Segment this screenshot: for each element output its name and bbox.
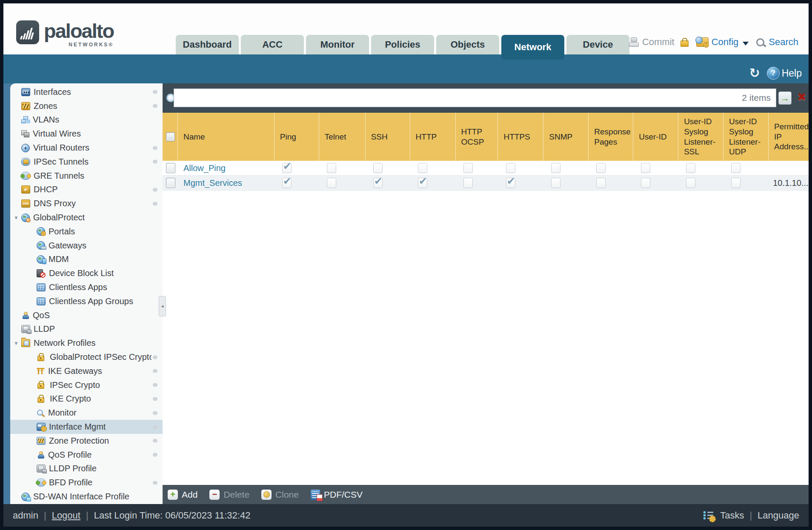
col-ssh[interactable]: SSH [366,113,410,161]
row-name-link[interactable]: Mgmt_Services [183,178,242,188]
column-label: SSH [371,132,388,142]
item-dot [153,90,157,94]
col-user-id-syslog-listener-ssl[interactable]: User-ID Syslog Listener-SSL [678,113,723,161]
select-all-checkbox[interactable] [166,132,175,141]
sidebar-item-virtual-routers[interactable]: Virtual Routers [10,141,163,155]
cell-name: Allow_Ping [178,161,274,175]
sidebar-item-bfd-profile[interactable]: BFD Profile [10,476,163,490]
col-name[interactable]: Name [178,113,274,161]
table-row: Allow_Ping [163,161,809,176]
clear-filter-button[interactable]: ✖ [797,91,806,104]
tab-acc[interactable]: ACC [241,35,304,54]
sidebar-item-vlans[interactable]: VLANs [10,113,163,127]
sidebar-item-zone-protection[interactable]: Zone Protection [10,434,163,448]
sidebar-item-clientless-apps[interactable]: Clientless Apps [10,280,163,294]
http-ocsp-check-indicator [463,178,473,188]
row-checkbox[interactable] [166,163,175,173]
sidebar-item-clientless-app-groups[interactable]: Clientless App Groups [10,294,163,308]
col-user-id-syslog-listener-udp[interactable]: User-ID Syslog Listener-UDP [723,113,769,161]
col-ping[interactable]: Ping [274,113,319,161]
row-name-link[interactable]: Allow_Ping [183,163,226,173]
search-icon [756,38,764,46]
sidebar-item-globalprotect[interactable]: ▼GlobalProtect [10,211,163,225]
clone-button: Clone [261,490,299,500]
clone-disc-icon [263,491,270,498]
sidebar-item-qos-profile[interactable]: QoS Profile [10,448,163,462]
col-user-id[interactable]: User-ID [633,113,678,161]
apply-filter-button[interactable]: → [778,91,792,105]
tab-network[interactable]: Network [501,35,564,60]
col-http[interactable]: HTTP [410,113,456,161]
add-button[interactable]: +Add [168,490,197,500]
config-menu-button[interactable]: Config [696,37,749,48]
brand-name: paloalto [44,20,114,41]
column-label: HTTPS [503,132,530,142]
sidebar-item-ike-gateways[interactable]: IKE Gateways [10,364,163,378]
col-snmp[interactable]: SNMP [543,113,589,161]
tab-device[interactable]: Device [566,35,629,54]
help-button[interactable]: ? Help [767,67,802,80]
tab-monitor[interactable]: Monitor [306,35,369,54]
config-icon [696,37,709,47]
item-dot [153,453,157,457]
sidebar-item-lldp-profile[interactable]: LLDP Profile [10,462,163,476]
cell-http [410,176,456,190]
sidebar-item-interface-mgmt[interactable]: Interface Mgmt [10,420,163,434]
sidebar-item-globalprotect-ipsec-crypto[interactable]: GlobalProtect IPSec Crypto [10,350,163,364]
bfd-profile-icon [37,479,46,487]
sidebar-item-ipsec-tunnels[interactable]: IPSec Tunnels [10,155,163,169]
logout-link[interactable]: Logout [52,510,80,521]
filter-input[interactable] [177,89,721,107]
cell-http-ocsp [456,176,498,190]
sidebar-collapse-handle[interactable]: ◄ [159,296,166,316]
ping-check-indicator [282,163,292,173]
sidebar-item-ipsec-crypto[interactable]: IPSec Crypto [10,378,163,392]
tasks-button[interactable]: Tasks [720,510,744,521]
language-button[interactable]: Language [758,510,799,521]
column-label: Permitted IP Address... [774,122,811,152]
app-window: paloalto NETWORKS® DashboardACCMonitorPo… [3,3,809,527]
lock-icon[interactable] [680,40,689,47]
commit-button[interactable]: Commit [629,37,675,48]
row-checkbox[interactable] [166,178,175,188]
expander-icon[interactable]: ▼ [14,340,19,346]
sidebar-item-portals[interactable]: Portals [10,225,163,239]
tab-dashboard[interactable]: Dashboard [176,35,239,54]
lock-icon [37,356,44,361]
sidebar-item-ike-crypto[interactable]: IKE Crypto [10,392,163,406]
sidebar-item-gre-tunnels[interactable]: GRE Tunnels [10,169,163,183]
sidebar-item-zones[interactable]: Zones [10,99,163,113]
sidebar-item-lldp[interactable]: LLDP [10,322,163,336]
col-response-pages[interactable]: Response Pages [589,113,633,161]
sidebar-item-qos[interactable]: QoS [10,308,163,322]
snmp-check-indicator [551,163,560,173]
sidebar-item-sd-wan-interface-profile[interactable]: SD-WAN Interface Profile [10,490,163,504]
ssh-check-indicator [373,163,383,173]
global-search-button[interactable]: Search [756,37,798,48]
refresh-icon[interactable]: ↻ [749,67,760,80]
tab-policies[interactable]: Policies [371,35,434,54]
col-https[interactable]: HTTPS [498,113,543,161]
tab-objects[interactable]: Objects [436,35,499,54]
col-permitted-ip-address[interactable]: Permitted IP Address... [769,113,809,161]
sidebar-item-dhcp[interactable]: DHCP [10,183,163,197]
item-dot [153,383,157,387]
sidebar-item-label: Virtual Routers [33,143,89,153]
cell-permitted-ip [769,161,809,175]
sidebar-item-monitor[interactable]: Monitor [10,406,163,420]
sidebar-item-dns-proxy[interactable]: DNS Proxy [10,197,163,211]
sidebar-item-mdm[interactable]: MDM [10,253,163,267]
col-http-ocsp[interactable]: HTTP OCSP [456,113,498,161]
sidebar-item-network-profiles[interactable]: ▼Network Profiles [10,336,163,350]
sidebar-item-gateways[interactable]: Gateways [10,239,163,253]
col-telnet[interactable]: Telnet [319,113,366,161]
sidebar-item-virtual-wires[interactable]: Virtual Wires [10,127,163,141]
user-id-syslog-listener-udp-check-indicator [731,178,741,188]
expander-icon[interactable]: ▼ [14,215,19,221]
sidebar: InterfacesZonesVLANsVirtual WiresVirtual… [3,83,163,504]
pdf-csv-button[interactable]: PDF/CSV [311,490,363,500]
column-label: SNMP [549,132,572,142]
sidebar-item-device-block-list[interactable]: Device Block List [10,266,163,280]
sidebar-item-interfaces[interactable]: Interfaces [10,85,163,99]
dns-proxy-icon [21,199,30,208]
